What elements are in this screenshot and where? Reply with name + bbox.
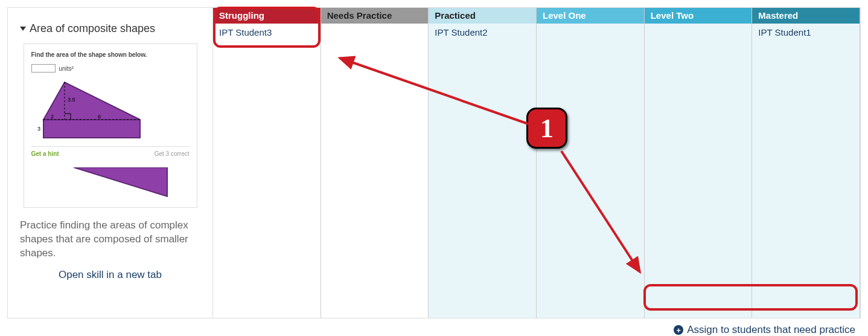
svg-marker-4 <box>74 167 167 196</box>
student-link[interactable]: IPT Student2 <box>435 27 530 37</box>
units-label: units² <box>59 65 74 72</box>
plus-circle-icon: + <box>674 325 683 335</box>
column-needs-practice: Needs Practice <box>321 8 429 318</box>
dim-a: 3.5 <box>68 97 75 103</box>
get-correct-label: Get 3 correct <box>155 150 190 157</box>
annotation-badge-1: 1 <box>526 108 567 149</box>
dim-b: 2 <box>51 114 54 120</box>
skill-description: Practice finding the areas of complex sh… <box>20 219 200 260</box>
preview-question: Find the area of the shape shown below. <box>31 51 190 58</box>
assign-to-students-link[interactable]: + Assign to students that need practice <box>669 321 860 336</box>
caret-down-icon <box>20 27 26 31</box>
column-header-needs: Needs Practice <box>321 8 429 24</box>
answer-input-placeholder[interactable] <box>31 64 56 73</box>
hint-row: Get a hint Get 3 correct <box>31 146 190 157</box>
column-struggling: Struggling IPT Student3 <box>213 8 321 318</box>
preview-bottom-shape <box>31 167 190 200</box>
shape-area: 3.5 2 6 3 <box>31 77 190 144</box>
triangle-shape-icon <box>74 167 170 200</box>
skill-preview-card: Find the area of the shape shown below. … <box>24 44 197 208</box>
student-link[interactable]: IPT Student1 <box>758 27 854 37</box>
column-body-mastered: IPT Student1 <box>752 24 860 318</box>
get-hint-link[interactable]: Get a hint <box>31 150 59 157</box>
column-header-level2: Level Two <box>645 8 752 24</box>
dim-d: 3 <box>37 126 40 132</box>
column-practiced: Practiced IPT Student2 <box>429 8 537 318</box>
preview-top: Find the area of the shape shown below. … <box>31 51 190 157</box>
dim-c: 6 <box>98 114 101 120</box>
skill-sidebar: Area of composite shapes Find the area o… <box>8 8 213 318</box>
skill-title: Area of composite shapes <box>30 22 155 35</box>
column-body-practiced: IPT Student2 <box>429 24 536 318</box>
column-level-one: Level One <box>537 8 645 318</box>
column-body-needs <box>321 24 429 318</box>
column-body-level1 <box>537 24 644 318</box>
svg-rect-1 <box>43 120 140 138</box>
answer-row: units² <box>31 64 190 73</box>
student-link[interactable]: IPT Student3 <box>219 27 314 37</box>
assign-label: Assign to students that need practice <box>687 324 855 336</box>
column-header-level1: Level One <box>537 8 644 24</box>
column-body-struggling: IPT Student3 <box>213 24 321 318</box>
composite-shape-icon: 3.5 2 6 3 <box>31 77 152 144</box>
column-level-two: Level Two <box>645 8 753 318</box>
column-mastered: Mastered IPT Student1 <box>752 8 860 318</box>
open-skill-link[interactable]: Open skill in a new tab <box>20 269 200 281</box>
mastery-grid: Struggling IPT Student3 Needs Practice P… <box>213 8 860 318</box>
column-header-mastered: Mastered <box>752 8 860 24</box>
column-header-practiced: Practiced <box>429 8 536 24</box>
svg-marker-0 <box>43 82 140 120</box>
column-header-struggling: Struggling <box>213 8 321 24</box>
skill-report-panel: Area of composite shapes Find the area o… <box>7 7 861 318</box>
skill-header[interactable]: Area of composite shapes <box>20 22 200 35</box>
column-body-level2 <box>645 24 752 318</box>
